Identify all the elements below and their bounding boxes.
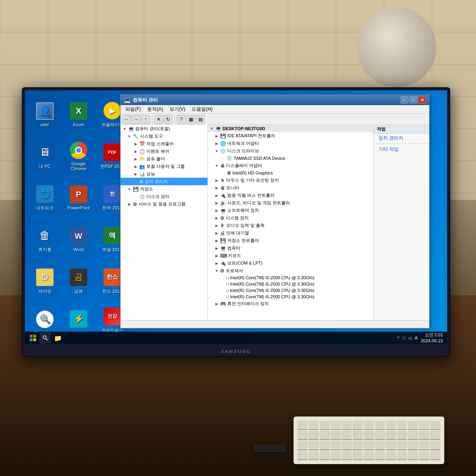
device-monitor[interactable]: ▶ 🖥 모니터 bbox=[208, 184, 373, 192]
maximize-button[interactable]: □ bbox=[409, 96, 417, 104]
close-button[interactable]: ✕ bbox=[418, 96, 426, 104]
key-6[interactable] bbox=[353, 420, 363, 430]
key-12[interactable] bbox=[419, 420, 429, 430]
tree-item-local-users[interactable]: ▶ 👥 로컬 사용자 및 그룹 bbox=[121, 163, 207, 170]
key-24[interactable] bbox=[408, 431, 418, 440]
key-7[interactable] bbox=[364, 420, 374, 430]
device-ssd[interactable]: 💿 TAMMUZ SSD ATA Device bbox=[208, 155, 373, 162]
toolbar-refresh[interactable]: ↻ bbox=[164, 115, 173, 124]
key-33[interactable] bbox=[364, 441, 374, 450]
tree-item-system-tools[interactable]: ▼ 🔧 시스템 도구 bbox=[121, 132, 207, 140]
tree-item-performance[interactable]: ▶ 📊 성능 bbox=[121, 170, 207, 178]
key-46[interactable] bbox=[364, 451, 374, 461]
key-3[interactable] bbox=[320, 420, 330, 430]
tray-volume[interactable]: ◁ bbox=[408, 336, 411, 341]
device-storage-ctrl[interactable]: ▶ 💾 저장소 컨트롤러 bbox=[208, 237, 373, 244]
expand-arrow-0[interactable]: ▼ bbox=[122, 127, 127, 131]
desktop-icon-recycle[interactable]: 🗑 휴지통 bbox=[29, 219, 61, 259]
key-5[interactable] bbox=[342, 420, 352, 430]
desktop-icon-ctrl[interactable]: ⚙ 세어판 bbox=[29, 261, 61, 301]
key-30[interactable] bbox=[331, 441, 341, 450]
taskbar-file-explorer[interactable]: 📁 bbox=[52, 332, 63, 344]
toolbar-up[interactable]: ↑ bbox=[141, 115, 150, 124]
key-42[interactable] bbox=[320, 451, 330, 461]
key-16[interactable] bbox=[320, 431, 330, 440]
action-device-manager[interactable]: 장치 관리자 bbox=[374, 134, 429, 143]
key-49[interactable] bbox=[397, 451, 407, 461]
device-processor[interactable]: ▼ ⚙ 프로세서 bbox=[208, 267, 373, 274]
toolbar-stop[interactable]: ✕ bbox=[154, 115, 163, 124]
key-44[interactable] bbox=[342, 451, 352, 461]
taskbar-search[interactable] bbox=[40, 332, 51, 344]
desktop-icon-chrome[interactable]: GoogleChrome bbox=[63, 136, 94, 176]
tree-item-device-manager[interactable]: ⚙ 장치 관리자 bbox=[121, 178, 207, 185]
key-38[interactable] bbox=[419, 441, 429, 450]
tree-item-services[interactable]: ▶ ⚙ 서비스 및 응용 프로그램 bbox=[121, 200, 207, 208]
key-22[interactable] bbox=[386, 431, 396, 440]
desktop[interactable]: 👤 user X Excel ▶ 팟플레이어 bbox=[25, 90, 447, 344]
menu-action[interactable]: 동작(A) bbox=[144, 105, 166, 113]
key-26[interactable] bbox=[430, 431, 440, 440]
key-34[interactable] bbox=[375, 441, 385, 450]
key-41[interactable] bbox=[309, 451, 319, 461]
key-18[interactable] bbox=[342, 431, 352, 440]
device-display-adapter[interactable]: ▼ 🖥 디스플레이 어댑터 bbox=[208, 162, 373, 169]
tray-ime[interactable]: A bbox=[415, 336, 417, 340]
device-hid[interactable]: ▶ 🎮 휴먼 인터페이스 장치 bbox=[208, 300, 373, 307]
device-cpu-1[interactable]: □ Intel(R) Core(TM) i5-2500 CPU @ 3.30GH… bbox=[208, 281, 373, 287]
device-computer-name[interactable]: ▼ 💻 DESKTOP-NE3TG0D bbox=[208, 125, 373, 132]
key-25[interactable] bbox=[419, 431, 429, 440]
key-23[interactable] bbox=[397, 431, 407, 440]
device-keyboard[interactable]: ▶ ⌨ 키보드 bbox=[208, 252, 373, 259]
key-8[interactable] bbox=[375, 420, 385, 430]
key-1[interactable] bbox=[298, 420, 308, 430]
key-21[interactable] bbox=[375, 431, 385, 440]
device-sound[interactable]: ▶ 🔊 사운드, 비디오 및 게임 컨트롤러 bbox=[208, 199, 373, 207]
key-17[interactable] bbox=[331, 431, 341, 440]
tree-item-computer-mgmt[interactable]: ▼ 💻 컴퓨터 관리(로컬) bbox=[121, 125, 207, 132]
key-45[interactable] bbox=[353, 451, 363, 461]
desktop-icon-excel[interactable]: X Excel bbox=[63, 94, 94, 134]
expand-arrow-1[interactable]: ▼ bbox=[127, 134, 132, 139]
desktop-icon-gomvu[interactable]: 곰 곰뷰 bbox=[63, 261, 94, 301]
key-10[interactable] bbox=[397, 420, 407, 430]
key-11[interactable] bbox=[408, 420, 418, 430]
menu-help[interactable]: 도움말(H) bbox=[188, 105, 216, 113]
key-51[interactable] bbox=[419, 451, 429, 461]
key-28[interactable] bbox=[309, 441, 319, 450]
device-system[interactable]: ▶ ⚙ 시스템 장치 bbox=[208, 214, 373, 222]
device-intel-graphics[interactable]: 🖥 Intel(R) HD Graphics bbox=[208, 169, 373, 177]
device-ide[interactable]: ▶ 💾 IDE ATA/ATAPI 컨트롤러 bbox=[208, 132, 373, 140]
minimize-button[interactable]: ─ bbox=[401, 96, 409, 104]
device-disk[interactable]: ▼ 💿 디스크 드라이브 bbox=[208, 147, 373, 155]
desktop-icon-user[interactable]: 👤 user bbox=[29, 94, 61, 134]
key-13[interactable] bbox=[430, 420, 440, 430]
key-19[interactable] bbox=[353, 431, 363, 440]
desktop-icon-word[interactable]: W Word bbox=[63, 219, 94, 259]
key-37[interactable] bbox=[408, 441, 418, 450]
key-20[interactable] bbox=[364, 431, 374, 440]
expand-arrow-10[interactable]: ▶ bbox=[127, 202, 132, 207]
expand-arrow-7[interactable] bbox=[133, 179, 138, 184]
tree-item-disk-mgmt[interactable]: 💿 디스크 관리 bbox=[121, 193, 207, 200]
expand-arrow-4[interactable]: ▶ bbox=[133, 157, 138, 161]
device-cpu-3[interactable]: □ Intel(R) Core(TM) i5-2500 CPU @ 3.30GH… bbox=[208, 294, 373, 300]
key-43[interactable] bbox=[331, 451, 341, 461]
device-audio-io[interactable]: ▶ 🎙 오디오 입력 및 출력 bbox=[208, 222, 373, 229]
toolbar-help[interactable]: ? bbox=[177, 115, 186, 124]
toolbar-view2[interactable]: ▤ bbox=[196, 115, 205, 124]
device-ports[interactable]: ▶ 🔌 포트(COM & LPT) bbox=[208, 259, 373, 267]
device-software[interactable]: ▶ 💻 소프트웨어 장치 bbox=[208, 207, 373, 214]
tree-item-shared-folders[interactable]: ▶ 📁 공유 폴더 bbox=[121, 155, 207, 163]
key-40[interactable] bbox=[298, 451, 308, 461]
device-computer-node[interactable]: ▶ 💻 컴퓨터 bbox=[208, 244, 373, 252]
key-15[interactable] bbox=[309, 431, 319, 440]
key-31[interactable] bbox=[342, 441, 352, 450]
action-other-tasks[interactable]: 기타 작업 bbox=[374, 145, 429, 154]
expand-arrow-5[interactable]: ▶ bbox=[133, 164, 138, 169]
start-button[interactable] bbox=[27, 332, 39, 344]
expand-arrow-3[interactable]: ▶ bbox=[133, 149, 138, 154]
key-27[interactable] bbox=[298, 441, 308, 450]
tray-chevron[interactable]: ^ bbox=[397, 336, 399, 340]
menu-view[interactable]: 보기(V) bbox=[166, 105, 188, 113]
